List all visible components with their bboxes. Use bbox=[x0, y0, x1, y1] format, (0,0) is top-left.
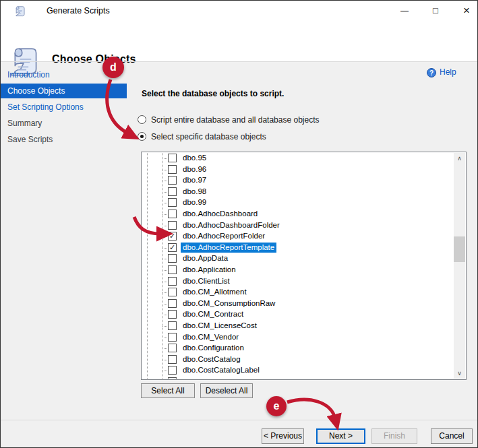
deselect-all-button[interactable]: Deselect All bbox=[200, 383, 253, 398]
annotation-step-d: d bbox=[102, 57, 124, 78]
sidebar-item-summary[interactable]: Summary bbox=[1, 116, 127, 131]
row-label: dbo.98 bbox=[181, 187, 208, 197]
minimize-button[interactable]: — bbox=[390, 1, 419, 21]
row-label: dbo.CostCatalog bbox=[181, 354, 243, 364]
tree-row[interactable]: dbo.CM_ConsumptionRaw bbox=[142, 298, 454, 310]
tree-row[interactable]: dbo.CM_LicenseCost bbox=[142, 321, 454, 332]
header-divider bbox=[1, 61, 477, 62]
row-checkbox[interactable] bbox=[168, 344, 177, 352]
sidebar-item-save-scripts[interactable]: Save Scripts bbox=[1, 132, 127, 147]
help-question-icon: ? bbox=[427, 68, 436, 77]
tree-row[interactable]: dbo.98 bbox=[142, 187, 454, 198]
tree-row[interactable]: dbo.AdhocDashboardFolder bbox=[142, 220, 454, 232]
cancel-button[interactable]: Cancel bbox=[431, 428, 473, 444]
row-label: dbo.AdhocReportFolder bbox=[181, 231, 267, 241]
row-checkbox[interactable] bbox=[168, 221, 177, 230]
radio-specific-objects[interactable]: Select specific database objects bbox=[138, 131, 266, 142]
row-checkbox[interactable] bbox=[168, 187, 177, 196]
scrollbar-thumb[interactable] bbox=[454, 236, 465, 262]
object-tree-list: dbo.95dbo.96dbo.97dbo.98dbo.99dbo.AdhocD… bbox=[141, 152, 467, 380]
row-label: dbo.99 bbox=[181, 197, 208, 207]
row-label: dbo.CostCatalogLabel bbox=[181, 365, 262, 375]
previous-button[interactable]: < Previous bbox=[262, 428, 304, 444]
tree-row[interactable]: dbo.99 bbox=[142, 197, 454, 209]
object-tree-rows: dbo.95dbo.96dbo.97dbo.98dbo.99dbo.AdhocD… bbox=[142, 153, 454, 379]
row-checkbox[interactable] bbox=[168, 154, 177, 162]
title-bar: Generate Scripts — □ × bbox=[1, 1, 477, 21]
radio-label: Script entire database and all database … bbox=[151, 115, 320, 125]
row-label: dbo.AdhocReportTemplate bbox=[181, 243, 276, 253]
instruction-text: Select the database objects to script. bbox=[142, 89, 284, 98]
row-label: dbo.AdhocDashboardFolder bbox=[181, 220, 282, 230]
row-label: dbo.CM_ConsumptionRaw bbox=[181, 298, 277, 309]
row-checkbox[interactable] bbox=[168, 265, 177, 274]
row-checkbox[interactable] bbox=[168, 321, 177, 330]
radio-icon[interactable] bbox=[138, 132, 146, 141]
row-label: dbo.CustomField bbox=[181, 377, 243, 379]
tree-row[interactable]: dbo.Configuration bbox=[142, 343, 454, 354]
row-label: dbo.CM_Allotment bbox=[181, 287, 249, 297]
generate-scripts-dialog: Generate Scripts — □ × Choose Objects In… bbox=[0, 0, 478, 448]
tree-row[interactable]: dbo.Application bbox=[142, 265, 454, 276]
tree-row[interactable]: dbo.CostCatalog bbox=[142, 354, 454, 366]
annotation-step-e: e bbox=[266, 396, 287, 416]
arrow-e-to-next bbox=[287, 399, 335, 418]
row-label: dbo.Configuration bbox=[181, 343, 246, 353]
tree-row[interactable]: dbo.CostCatalogLabel bbox=[142, 365, 454, 377]
row-checkbox[interactable] bbox=[168, 377, 177, 379]
radio-entire-database[interactable]: Script entire database and all database … bbox=[138, 115, 320, 125]
tree-row[interactable]: dbo.AdhocDashboard bbox=[142, 209, 454, 220]
row-label: dbo.CM_Vendor bbox=[181, 332, 241, 342]
sidebar-item-choose-objects[interactable]: Choose Objects bbox=[1, 84, 127, 98]
tree-row[interactable]: dbo.97 bbox=[142, 175, 454, 187]
row-checkbox[interactable] bbox=[168, 254, 177, 263]
tree-row[interactable]: dbo.95 bbox=[142, 153, 454, 164]
list-scrollbar[interactable]: ∧ ∨ bbox=[454, 153, 465, 379]
row-checkbox[interactable] bbox=[168, 277, 177, 286]
help-link[interactable]: ? Help bbox=[440, 67, 456, 78]
row-checkbox[interactable] bbox=[168, 198, 177, 207]
tree-row[interactable]: dbo.96 bbox=[142, 164, 454, 176]
tree-row[interactable]: dbo.ClientList bbox=[142, 276, 454, 288]
radio-label: Select specific database objects bbox=[151, 131, 266, 142]
radio-icon[interactable] bbox=[138, 115, 146, 124]
scroll-up-icon[interactable]: ∧ bbox=[454, 153, 465, 164]
row-checkbox[interactable] bbox=[168, 299, 177, 308]
tree-row[interactable]: dbo.CM_Vendor bbox=[142, 332, 454, 344]
tree-row[interactable]: dbo.CM_Contract bbox=[142, 309, 454, 321]
tree-row[interactable]: dbo.CM_Allotment bbox=[142, 287, 454, 298]
close-button[interactable]: × bbox=[452, 1, 478, 21]
row-checkbox[interactable] bbox=[168, 210, 177, 218]
row-checkbox[interactable] bbox=[168, 355, 177, 364]
tree-row[interactable]: dbo.CustomField bbox=[142, 377, 454, 379]
row-checkbox[interactable] bbox=[168, 165, 177, 174]
row-label: dbo.CM_Contract bbox=[181, 309, 245, 319]
row-label: dbo.95 bbox=[181, 153, 208, 163]
sidebar-item-set-scripting-options[interactable]: Set Scripting Options bbox=[1, 100, 127, 115]
window-title: Generate Scripts bbox=[47, 1, 110, 21]
row-label: dbo.ClientList bbox=[181, 276, 232, 286]
row-label: dbo.AppData bbox=[181, 253, 230, 263]
tree-row[interactable]: ✓dbo.AdhocReportFolder bbox=[142, 231, 454, 243]
row-label: dbo.96 bbox=[181, 164, 208, 174]
footer-divider bbox=[1, 420, 477, 420]
tree-row[interactable]: dbo.AppData bbox=[142, 253, 454, 265]
select-all-button[interactable]: Select All bbox=[141, 383, 195, 398]
row-checkbox[interactable]: ✓ bbox=[168, 243, 177, 252]
row-checkbox[interactable] bbox=[168, 176, 177, 185]
scroll-down-icon[interactable]: ∨ bbox=[454, 367, 465, 379]
next-button[interactable]: Next > bbox=[316, 428, 365, 444]
row-label: dbo.CM_LicenseCost bbox=[181, 321, 259, 331]
help-label: Help bbox=[440, 67, 456, 77]
wizard-header: Choose Objects bbox=[1, 21, 477, 61]
row-label: dbo.Application bbox=[181, 265, 238, 275]
script-scroll-icon bbox=[14, 5, 27, 18]
row-checkbox[interactable] bbox=[168, 288, 177, 296]
row-label: dbo.97 bbox=[181, 175, 208, 185]
tree-row[interactable]: ✓dbo.AdhocReportTemplate bbox=[142, 243, 454, 254]
row-checkbox[interactable] bbox=[168, 310, 177, 319]
row-checkbox[interactable] bbox=[168, 366, 177, 375]
row-checkbox[interactable] bbox=[168, 333, 177, 342]
row-checkbox[interactable]: ✓ bbox=[168, 232, 177, 241]
maximize-button[interactable]: □ bbox=[421, 1, 450, 21]
